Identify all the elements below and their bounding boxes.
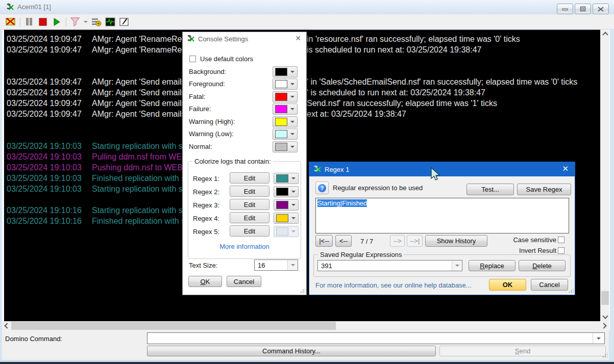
color-swatch: [276, 188, 288, 196]
window-controls: [557, 4, 609, 14]
dialog-close-icon[interactable]: ✕: [562, 165, 569, 172]
foreground-label: Foreground:: [189, 80, 225, 88]
show-history-button[interactable]: Show History: [425, 235, 487, 247]
minimize-icon: [562, 7, 568, 12]
dialog-resize-grip[interactable]: [300, 288, 305, 293]
restore-button[interactable]: [575, 4, 591, 14]
horizontal-scrollbar[interactable]: [2, 321, 609, 330]
regex-ok-button[interactable]: OK: [489, 279, 526, 291]
chevron-down-icon: [290, 133, 294, 135]
vertical-scroll-thumb[interactable]: [601, 291, 609, 305]
colorize-group-label: Colorize logs that contain:: [192, 158, 273, 165]
foreground-color-picker[interactable]: [273, 79, 298, 90]
command-dropdown-button[interactable]: [593, 333, 604, 344]
chevron-down-icon: [602, 313, 608, 319]
regex2-edit-button[interactable]: Edit: [230, 186, 269, 197]
fatal-label: Fatal:: [189, 93, 206, 100]
case-sensitive-label: Case sensitive: [513, 236, 556, 244]
color-swatch: [275, 93, 287, 101]
failure-color-picker[interactable]: [273, 103, 298, 115]
invert-result-checkbox[interactable]: [558, 247, 564, 254]
scroll-right-button[interactable]: [600, 321, 609, 330]
log-text: Pushing ddm.nsf to WEBTE: [92, 163, 193, 172]
chevron-up-icon: [602, 32, 608, 37]
console-settings-cancel-button[interactable]: Cancel: [227, 276, 261, 287]
titlebar: Acem01 [1]: [0, 0, 614, 14]
replace-button[interactable]: Replace: [469, 260, 515, 271]
dialog-close-icon[interactable]: ✕: [295, 35, 301, 42]
stop-button[interactable]: [37, 16, 48, 28]
text-size-dropdown[interactable]: [287, 260, 298, 270]
nav-position: 7 / 7: [360, 238, 373, 245]
console-settings-ok-button[interactable]: OK: [188, 276, 222, 287]
vertical-scrollbar[interactable]: [600, 30, 609, 321]
test-label: Test...: [481, 186, 499, 193]
horizontal-scroll-thumb[interactable]: [11, 322, 336, 330]
log-timestamp: 03/25/2024 19:09:47: [7, 44, 92, 55]
filter-button[interactable]: [69, 16, 81, 28]
close-console-button[interactable]: [5, 16, 16, 28]
color-swatch: [276, 214, 288, 222]
regex1-color-picker[interactable]: [274, 173, 299, 184]
command-history-label: Command History...: [262, 347, 321, 355]
nav-prev-button[interactable]: <--: [335, 235, 352, 247]
background-color-picker[interactable]: [273, 66, 298, 77]
start-button[interactable]: [51, 16, 62, 28]
minimize-button[interactable]: [557, 4, 573, 14]
play-icon: [53, 18, 61, 26]
domino-command-combobox[interactable]: [147, 332, 605, 344]
regex3-edit-button[interactable]: Edit: [230, 199, 269, 210]
resize-grip[interactable]: [602, 353, 607, 358]
regex4-color-picker[interactable]: [274, 213, 299, 224]
help-button[interactable]: ?: [315, 181, 329, 194]
test-button[interactable]: Test...: [466, 184, 514, 195]
edit-commands-button[interactable]: [118, 16, 130, 28]
command-history-button[interactable]: Command History...: [147, 346, 436, 356]
scroll-up-button[interactable]: [601, 30, 609, 38]
activity-monitor-button[interactable]: [105, 16, 116, 28]
regex-cancel-button[interactable]: Cancel: [531, 279, 568, 291]
filter-dropdown[interactable]: [83, 16, 88, 28]
app-icon: [313, 165, 322, 173]
scroll-left-button[interactable]: [2, 321, 11, 330]
fatal-color-picker[interactable]: [273, 91, 298, 102]
regex2-color-picker[interactable]: [274, 186, 299, 197]
warning-high-color-picker[interactable]: [273, 116, 298, 127]
restore-icon: [580, 6, 586, 12]
regex3-color-picker[interactable]: [274, 199, 299, 211]
chevron-left-icon: [4, 323, 10, 328]
log-text: AMgr: Agent 'Send emails: [92, 99, 186, 108]
cancel-label: Cancel: [539, 281, 559, 289]
selected-pattern-text: Starting|Finished: [317, 199, 367, 207]
regex1-edit-button[interactable]: Edit: [230, 172, 269, 184]
regex-pattern-textarea[interactable]: Starting|Finished: [315, 198, 569, 233]
close-button[interactable]: [593, 4, 609, 14]
dialog-resize-grip[interactable]: [569, 288, 574, 293]
case-sensitive-checkbox[interactable]: [558, 237, 564, 243]
edit-label: Edit: [244, 214, 255, 222]
saved-regex-dropdown[interactable]: [452, 261, 462, 271]
saved-regex-combobox[interactable]: 391: [317, 260, 462, 271]
more-information-link[interactable]: More information: [183, 243, 306, 250]
warning-low-color-picker[interactable]: [273, 128, 298, 140]
use-default-colors-checkbox[interactable]: [189, 56, 196, 62]
text-size-value: 16: [258, 262, 265, 269]
normal-color-picker[interactable]: [273, 141, 298, 152]
pause-button[interactable]: [23, 16, 35, 28]
server-settings-button[interactable]: [91, 16, 102, 28]
log-timestamp: 03/25/2024 19:10:03: [7, 184, 92, 194]
text-size-combobox[interactable]: 16: [254, 259, 298, 271]
log-text-right: ext at: 03/25/2024 19:38:47: [307, 109, 406, 119]
regex4-label: Regex 4:: [193, 215, 219, 222]
domino-command-input[interactable]: [149, 333, 590, 344]
save-regex-button[interactable]: Save Regex: [517, 184, 571, 195]
chevron-down-icon: [291, 230, 296, 232]
regex-dialog-titlebar[interactable]: Regex 1 ✕: [309, 162, 575, 176]
scroll-down-button[interactable]: [601, 313, 609, 321]
console-settings-titlebar[interactable]: Console Settings ✕: [183, 32, 306, 45]
delete-button[interactable]: Delete: [519, 260, 566, 271]
regex5-edit-button[interactable]: Edit: [230, 225, 269, 237]
online-help-link[interactable]: For more information, see our online hel…: [315, 281, 472, 289]
regex4-edit-button[interactable]: Edit: [230, 212, 269, 223]
nav-first-button[interactable]: |<--: [315, 235, 333, 247]
